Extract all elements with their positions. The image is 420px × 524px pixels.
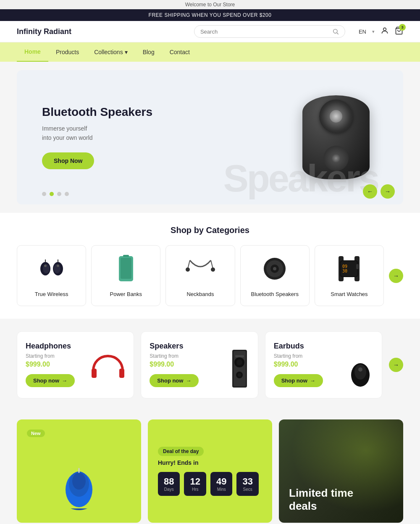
featured-next-button[interactable]: → (389, 358, 403, 372)
deal-center: Deal of the day Hurry! Ends in 88 Days 1… (148, 419, 272, 523)
collections-chevron: ▾ (125, 49, 128, 55)
category-image-true-wireless (37, 254, 66, 283)
hero-dot-4[interactable] (65, 192, 69, 196)
hero-dot-2[interactable] (50, 192, 54, 196)
nav-collections[interactable]: Collections ▾ (87, 43, 135, 61)
svg-rect-29 (356, 264, 359, 269)
nav-products[interactable]: Products (48, 43, 87, 61)
earbuds-product-image (346, 360, 375, 391)
svg-rect-14 (123, 255, 129, 257)
hero-dot-1[interactable] (42, 192, 46, 196)
powerbank-icon (116, 254, 136, 283)
categories-section: Shop by Categories True Wireless (0, 213, 420, 319)
svg-point-18 (211, 267, 215, 272)
logo: Infinity Radiant (17, 27, 71, 36)
svg-point-17 (186, 267, 190, 272)
hero-dots (42, 192, 69, 196)
shipping-text: FREE SHIPPING WHEN YOU SPEND OVER $200 (149, 12, 272, 18)
category-true-wireless[interactable]: True Wireless (17, 245, 86, 306)
nav-blog[interactable]: Blog (135, 43, 162, 61)
hero-section: Bluetooth Speakers Immerse yourselfinto … (0, 62, 420, 213)
deal-timer: 88 Days 12 Hrs 49 Mins 33 Secs (158, 472, 262, 496)
hero-subtitle: Immerse yourselfinto your own world (42, 124, 152, 143)
svg-point-22 (273, 267, 276, 270)
earbuds-icon (37, 256, 66, 281)
timer-hrs-label: Hrs (190, 487, 200, 492)
neckband-icon (184, 256, 217, 281)
shop-now-button[interactable]: Shop Now (42, 152, 94, 169)
svg-point-0 (333, 29, 337, 33)
welcome-text: Welcome to Our Store (185, 2, 235, 8)
header-actions: EN ▾ 3 (359, 26, 403, 37)
category-label-smart-watches: Smart Watches (331, 291, 368, 297)
category-label-neckbands: Neckbands (186, 291, 214, 297)
speakers-product-image (228, 348, 251, 391)
svg-point-40 (354, 364, 366, 380)
search-bar[interactable] (194, 25, 345, 38)
new-badge: New (27, 430, 45, 437)
svg-point-44 (72, 473, 86, 490)
deal-left-product: New (17, 419, 141, 523)
featured-headphones-shop-btn[interactable]: Shop now → (26, 374, 75, 387)
category-image-smart-watches: 09 30 (336, 254, 362, 283)
featured-row: Headphones Starting from $999.00 Shop no… (17, 331, 403, 398)
hero-arrows: ← → (363, 184, 395, 199)
user-button[interactable] (381, 26, 389, 37)
earbuds-featured-svg (346, 360, 375, 390)
search-input[interactable] (200, 29, 332, 35)
featured-earbuds-shop-btn[interactable]: Shop now → (274, 374, 323, 387)
featured-speakers-shop-btn[interactable]: Shop now → (150, 374, 199, 387)
nav-contact[interactable]: Contact (162, 43, 197, 61)
featured-earbuds-from: Starting from (274, 353, 373, 359)
category-label-power-banks: Power Banks (110, 291, 142, 297)
timer-days-value: 88 (164, 476, 174, 487)
timer-mins-value: 49 (216, 476, 226, 487)
language-selector[interactable]: EN (359, 29, 366, 35)
arrow-icon: → (62, 377, 67, 384)
hero-next-button[interactable]: → (381, 184, 395, 199)
svg-line-1 (337, 33, 339, 34)
hero-title: Bluetooth Speakers (42, 105, 152, 119)
bluetooth-speaker-icon (262, 256, 287, 281)
deal-hurry-text: Hurry! Ends in (158, 459, 262, 466)
timer-hrs: 12 Hrs (184, 472, 206, 496)
category-power-banks[interactable]: Power Banks (91, 245, 160, 306)
category-image-bluetooth-speakers (262, 254, 287, 283)
svg-point-10 (57, 265, 59, 267)
svg-rect-31 (119, 369, 124, 378)
timer-days: 88 Days (158, 472, 180, 496)
svg-text:30: 30 (342, 269, 347, 273)
timer-days-label: Days (164, 487, 174, 492)
svg-line-15 (188, 260, 190, 269)
featured-speakers: Speakers Starting from $999.00 Shop now … (141, 331, 258, 398)
arrow-icon: → (186, 377, 191, 384)
category-smart-watches[interactable]: 09 30 Smart Watches (315, 245, 384, 306)
timer-secs: 33 Secs (236, 472, 258, 496)
svg-rect-13 (121, 258, 131, 279)
category-image-neckbands (184, 254, 217, 283)
svg-text:09: 09 (342, 264, 347, 269)
category-image-power-banks (116, 254, 136, 283)
timer-mins-label: Mins (216, 487, 226, 492)
categories-next-button[interactable]: → (389, 269, 403, 283)
svg-point-37 (238, 373, 241, 377)
header: Infinity Radiant EN ▾ 3 (0, 21, 420, 42)
category-neckbands[interactable]: Neckbands (165, 245, 235, 306)
featured-headphones: Headphones Starting from $999.00 Shop no… (17, 331, 134, 398)
hero-dot-3[interactable] (57, 192, 61, 196)
navigation: Home Products Collections ▾ Blog Contact (0, 42, 420, 62)
featured-section: Headphones Starting from $999.00 Shop no… (0, 319, 420, 411)
smartwatch-icon: 09 30 (336, 254, 362, 283)
category-label-bluetooth-speakers: Bluetooth Speakers (251, 291, 298, 297)
categories-row: True Wireless Power Banks (17, 245, 403, 306)
welcome-banner: Welcome to Our Store (0, 0, 420, 9)
hero-prev-button[interactable]: ← (363, 184, 377, 199)
cart-button[interactable]: 3 (395, 26, 403, 37)
hero-text: Bluetooth Speakers Immerse yourselfinto … (42, 105, 152, 170)
hero-banner: Bluetooth Speakers Immerse yourselfinto … (17, 70, 403, 204)
lang-chevron: ▾ (372, 29, 375, 34)
hero-product-image (302, 95, 370, 179)
category-bluetooth-speakers[interactable]: Bluetooth Speakers (240, 245, 310, 306)
user-icon (381, 26, 389, 35)
nav-home[interactable]: Home (17, 42, 48, 62)
